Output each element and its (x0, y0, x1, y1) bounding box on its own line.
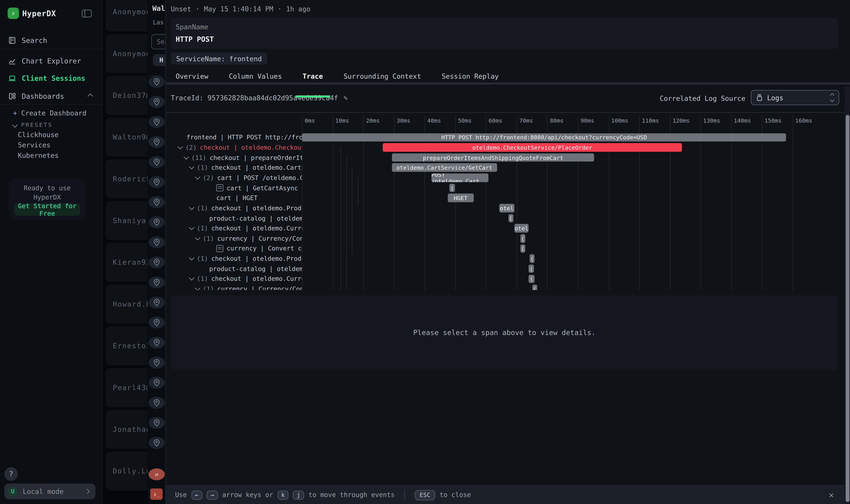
presets-toggle[interactable]: PRESETS (13, 121, 53, 128)
location-pin-icon[interactable] (149, 216, 165, 228)
span-name-label: SpanName (176, 23, 208, 31)
expand-chevron-icon[interactable] (189, 255, 194, 260)
location-pin-icon[interactable] (149, 156, 165, 168)
span-bar[interactable]: ( (449, 184, 455, 192)
tree-guide (346, 157, 347, 290)
console-event-icon[interactable]: ❯_ (150, 488, 163, 500)
preset-services[interactable]: Services (18, 141, 51, 149)
tab-surrounding-context[interactable]: Surrounding Context (337, 69, 428, 83)
location-pin-icon[interactable] (149, 296, 165, 308)
preset-clickhouse[interactable]: Clickhouse (18, 131, 59, 139)
service-name-chip[interactable]: ServiceName: frontend (171, 53, 267, 65)
esc-key: ESC (415, 490, 435, 500)
scrollbar-thumb[interactable] (846, 115, 849, 502)
highlighted-button[interactable]: H (153, 54, 165, 66)
tab-column-values[interactable]: Column Values (222, 69, 289, 83)
preset-kubernetes[interactable]: Kubernetes (18, 151, 59, 159)
sidebar-item-client-sessions[interactable]: Client Sessions (0, 71, 102, 85)
get-started-button[interactable]: Get Started for Free (14, 203, 80, 216)
location-pin-icon[interactable] (149, 397, 165, 409)
location-pin-icon[interactable] (149, 317, 165, 328)
location-pin-icon[interactable] (149, 337, 165, 348)
hint-text: to move through events (308, 491, 395, 499)
expand-chevron-icon[interactable] (189, 164, 194, 169)
create-dashboard-link[interactable]: + Create Dashboard (13, 109, 87, 117)
location-pin-icon[interactable] (149, 377, 165, 389)
span-bar[interactable]: ( (508, 214, 513, 222)
timeline-gridline (394, 115, 395, 290)
location-pin-icon[interactable] (149, 437, 165, 449)
hyperdx-app: ⚡ HyperDX Search Chart Explorer Client S… (0, 0, 850, 504)
location-pin-icon[interactable] (149, 256, 165, 268)
location-pin-icon[interactable] (149, 136, 165, 148)
trace-tree-row[interactable]: (1)checkout | oteldemo.CartServic… (170, 163, 302, 173)
expand-chevron-icon[interactable] (183, 154, 189, 159)
expand-chevron-icon[interactable] (195, 235, 200, 240)
span-count: (2) (185, 144, 197, 151)
span-bar[interactable]: HGET (448, 194, 473, 202)
location-pin-icon[interactable] (149, 357, 165, 368)
span-bar[interactable]: ( (532, 285, 537, 290)
trace-tree-row[interactable]: cart | HGET (170, 193, 302, 203)
span-bar[interactable]: ( (529, 254, 535, 263)
sidebar-item-label: Chart Explorer (22, 57, 81, 65)
log-source-select[interactable]: Logs (751, 90, 839, 105)
trace-tree-row[interactable]: frontend | HTTP POST http://frontend:… (170, 132, 302, 142)
trace-tree-row[interactable]: cart | GetCartAsync called… (170, 183, 302, 193)
span-bar[interactable]: prepareOrderItemsAndShippingQuoteFromCar… (392, 153, 594, 162)
span-bar[interactable]: HTTP POST http://frontend:8080/api/check… (302, 133, 786, 141)
span-bar[interactable]: ( (529, 265, 533, 273)
sidebar-item-dashboards[interactable]: Dashboards (0, 89, 102, 103)
trace-tree-row[interactable]: (1)checkout | oteldemo.CurrencySe… (170, 274, 302, 284)
location-pin-icon[interactable] (149, 196, 165, 208)
location-pin-icon[interactable] (149, 276, 165, 288)
tab-trace[interactable]: Trace (295, 69, 330, 83)
session-search-input[interactable]: Sea (151, 34, 165, 49)
sidebar-item-chart-explorer[interactable]: Chart Explorer (0, 54, 102, 68)
expand-chevron-icon[interactable] (189, 204, 194, 210)
trace-tree-row[interactable]: (1)checkout | oteldemo.ProductCat… (170, 203, 302, 213)
trace-tree-row[interactable]: currency | Convert convers… (170, 244, 302, 254)
trace-tree-row[interactable]: (1)currency | Currency/Convert (170, 284, 302, 290)
trace-tree-row[interactable]: product-catalog | oteldemo.Prod… (170, 213, 302, 223)
span-bar[interactable]: ( (520, 244, 525, 253)
user-menu-button[interactable]: U Local mode (4, 484, 95, 499)
timeline-gridline (302, 115, 302, 290)
tab-session-replay[interactable]: Session Replay (435, 69, 506, 83)
trace-tree-row[interactable]: (2)checkout | oteldemo.CheckoutServic… (170, 142, 302, 152)
span-bar[interactable]: POST /oteldemo.Cart (431, 174, 488, 182)
trace-tree-row[interactable]: (1)checkout | oteldemo.ProductCat… (170, 254, 302, 264)
span-bar[interactable]: otel (514, 224, 529, 232)
trace-tree-row[interactable]: (1)checkout | oteldemo.CurrencySe… (170, 223, 302, 233)
span-bar[interactable]: oteldemo.CartService/GetCart (392, 163, 497, 172)
trace-tree-row[interactable]: (11)checkout | prepareOrderItemsAnd… (170, 152, 302, 163)
trace-tree-row[interactable]: (1)currency | Currency/Convert (170, 233, 302, 244)
trace-tree-row[interactable]: (2)cart | POST /oteldemo.CartSe… (170, 173, 302, 183)
span-bar[interactable]: oteldemo.CheckoutService/PlaceOrder (383, 143, 682, 151)
location-pin-icon[interactable] (149, 176, 165, 188)
expand-chevron-icon[interactable] (195, 286, 200, 290)
sidebar-item-search[interactable]: Search (0, 33, 102, 47)
expand-chevron-icon[interactable] (189, 275, 194, 281)
location-pin-icon[interactable] (149, 417, 165, 429)
expand-chevron-icon[interactable] (178, 144, 183, 149)
span-bar[interactable]: otel (499, 204, 514, 212)
trace-tree-row[interactable]: product-catalog | oteldemo.Prod… (170, 264, 302, 274)
help-button[interactable]: ? (4, 467, 18, 481)
span-bar[interactable]: ( (520, 234, 525, 242)
location-pin-icon[interactable] (149, 116, 165, 128)
location-pin-icon[interactable] (149, 96, 165, 108)
span-count: (1) (197, 224, 208, 232)
collapse-sidebar-icon[interactable] (82, 10, 92, 17)
tab-overview[interactable]: Overview (169, 69, 215, 83)
span-label: checkout | oteldemo.CheckoutServic… (200, 144, 302, 151)
expand-chevron-icon[interactable] (195, 174, 200, 180)
expand-chevron-icon[interactable] (189, 225, 194, 230)
log-source-icon (756, 94, 763, 102)
close-icon[interactable]: ✕ (829, 490, 834, 500)
location-pin-icon[interactable] (149, 76, 165, 88)
span-bar[interactable]: ( (529, 275, 534, 283)
edit-trace-id-icon[interactable]: ✎ (343, 94, 347, 102)
network-event-icon[interactable]: ⇄ (149, 468, 165, 480)
location-pin-icon[interactable] (149, 236, 165, 248)
